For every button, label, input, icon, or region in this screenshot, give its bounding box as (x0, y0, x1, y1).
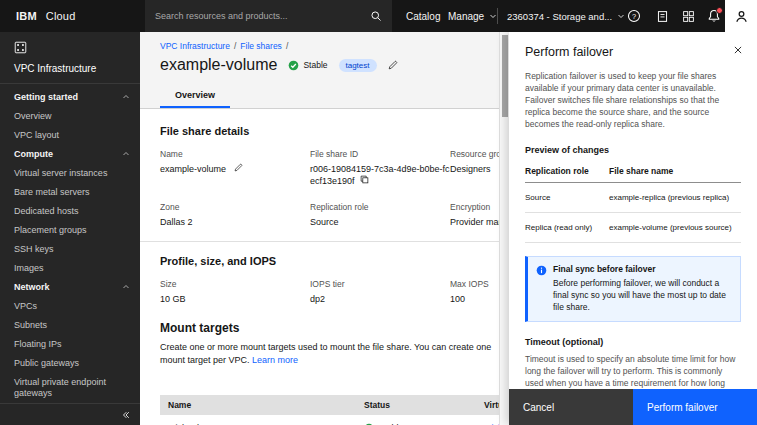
breadcrumb-vpc-infrastructure[interactable]: VPC Infrastructure (160, 41, 230, 51)
item-label: VPCs (14, 301, 37, 312)
sidebar-item-virtual-server-instances[interactable]: Virtual server instances (0, 164, 140, 183)
item-label: Virtual server instances (14, 168, 107, 179)
panel-title: Perform failover (525, 45, 741, 59)
field-label: Zone (160, 202, 310, 212)
search-icon[interactable] (370, 10, 382, 22)
field-value: 100 (450, 294, 465, 304)
account-switcher[interactable]: 2360374 - Storage and... (507, 0, 625, 32)
breadcrumb-separator: / (286, 41, 288, 51)
timeout-heading: Timeout (optional) (525, 337, 741, 347)
brand-cloud: Cloud (46, 10, 76, 22)
vertical-scrollbar[interactable] (499, 32, 509, 425)
role-value: Source (525, 193, 605, 202)
item-label: Virtual private endpoint gateways (14, 377, 130, 399)
edit-tags-icon[interactable] (388, 60, 398, 70)
sidebar-item-subnets[interactable]: Subnets (0, 316, 140, 335)
perform-failover-panel: Perform failover Replication failover is… (509, 32, 757, 425)
sidebar-item-images[interactable]: Images (0, 259, 140, 278)
copy-icon[interactable] (360, 175, 369, 184)
field-label: File share ID (310, 149, 450, 159)
chevron-up-icon (122, 283, 130, 291)
perform-failover-button[interactable]: Perform failover (633, 389, 757, 425)
status-label: Stable (303, 60, 327, 70)
preview-heading: Preview of changes (525, 145, 741, 155)
item-label: SSH keys (14, 244, 54, 255)
column-header-name[interactable]: Name (160, 395, 356, 415)
sidebar-item-ssh-keys[interactable]: SSH keys (0, 240, 140, 259)
field-label: Size (160, 279, 310, 289)
chevron-up-icon (122, 93, 130, 101)
mount-target-name: michaelmounttarget (160, 415, 356, 425)
field-value: dp2 (310, 294, 325, 304)
item-label: Placement groups (14, 225, 87, 236)
sidebar-item-vpcs[interactable]: VPCs (0, 297, 140, 316)
status-badge: Stable (288, 60, 327, 71)
field-value: Designers (450, 164, 491, 174)
item-label: Overview (14, 111, 52, 122)
sidebar-item-overview[interactable]: Overview (0, 107, 140, 126)
brand-ibm: IBM (16, 10, 37, 22)
nav-manage[interactable]: Manage (448, 0, 497, 32)
ibm-cloud-logo[interactable]: IBM Cloud (16, 0, 76, 32)
chevron-down-icon (489, 12, 497, 20)
page-title: example-volume (160, 56, 277, 74)
field-label: IOPS tier (310, 279, 450, 289)
sidebar-item-dedicated-hosts[interactable]: Dedicated hosts (0, 202, 140, 221)
global-search-input[interactable]: Search resources and products... (145, 0, 392, 32)
sidebar-item-floating-ips[interactable]: Floating IPs (0, 335, 140, 354)
sidebar-section-compute[interactable]: Compute (0, 145, 140, 164)
notification-title: Final sync before failover (553, 264, 732, 274)
column-file-share-name: File share name (609, 166, 741, 176)
field-value: r006-19084159-7c3a-4d9e-b0be-fcecf13e190… (310, 164, 450, 186)
field-iops-tier: IOPS tier dp2 (310, 279, 450, 305)
side-nav-header: VPC Infrastructure (0, 32, 140, 84)
close-icon[interactable] (730, 42, 746, 58)
svg-text:?: ? (632, 12, 636, 21)
notification-body: Before performing failover, we will cond… (553, 277, 732, 313)
field-value: example-volume (160, 164, 226, 174)
mount-target-status: Stable (356, 415, 476, 425)
panel-body: Perform failover Replication failover is… (509, 32, 757, 401)
chevron-up-icon (122, 150, 130, 158)
sidebar-item-public-gateways[interactable]: Public gateways (0, 354, 140, 373)
sidebar-item-bare-metal-servers[interactable]: Bare metal servers (0, 183, 140, 202)
nav-catalog[interactable]: Catalog (406, 0, 440, 32)
sidebar-item-vpc-layout[interactable]: VPC layout (0, 126, 140, 145)
field-label: Replication role (310, 202, 450, 212)
item-label: Subnets (14, 320, 47, 331)
item-label: Dedicated hosts (14, 206, 79, 217)
cancel-button[interactable]: Cancel (509, 389, 633, 425)
sidebar-item-placement-groups[interactable]: Placement groups (0, 221, 140, 240)
scrollbar-thumb[interactable] (502, 35, 508, 117)
sidebar-section-network[interactable]: Network (0, 278, 140, 297)
tab-overview[interactable]: Overview (160, 83, 230, 108)
field-value: Dallas 2 (160, 217, 193, 227)
sidebar-section-getting-started[interactable]: Getting started (0, 88, 140, 107)
collapse-sidebar-button[interactable] (0, 403, 140, 425)
sidebar-item-vpe-gateways[interactable]: Virtual private endpoint gateways (0, 373, 140, 403)
preview-table-header: Replication role File share name (525, 162, 741, 183)
docs-icon[interactable] (650, 0, 674, 32)
share-name-value: example-volume (previous source) (609, 223, 741, 232)
field-replication-role: Replication role Source (310, 202, 450, 228)
panel-actions: Cancel Perform failover (509, 389, 757, 425)
avatar-icon[interactable] (725, 0, 757, 32)
apps-icon[interactable] (676, 0, 700, 32)
checkmark-icon (288, 60, 299, 71)
side-nav-title: VPC Infrastructure (14, 63, 126, 74)
notifications-icon[interactable] (702, 0, 726, 32)
tag-badge: tagtest (339, 59, 377, 72)
field-value: 10 GB (160, 294, 186, 304)
learn-more-link[interactable]: Learn more (252, 355, 298, 365)
info-notification: Final sync before failover Before perfor… (525, 256, 741, 322)
notification-badge (716, 7, 723, 14)
section-label: Compute (14, 149, 53, 160)
field-label: Name (160, 149, 310, 159)
top-header: IBM Cloud Search resources and products.… (0, 0, 757, 32)
help-icon[interactable]: ? (622, 0, 646, 32)
breadcrumb-file-shares[interactable]: File shares (240, 41, 282, 51)
field-file-share-id: File share ID r006-19084159-7c3a-4d9e-b0… (310, 149, 450, 187)
column-header-status[interactable]: Status (356, 395, 476, 415)
edit-icon[interactable] (234, 163, 243, 172)
section-label: Getting started (14, 92, 78, 103)
